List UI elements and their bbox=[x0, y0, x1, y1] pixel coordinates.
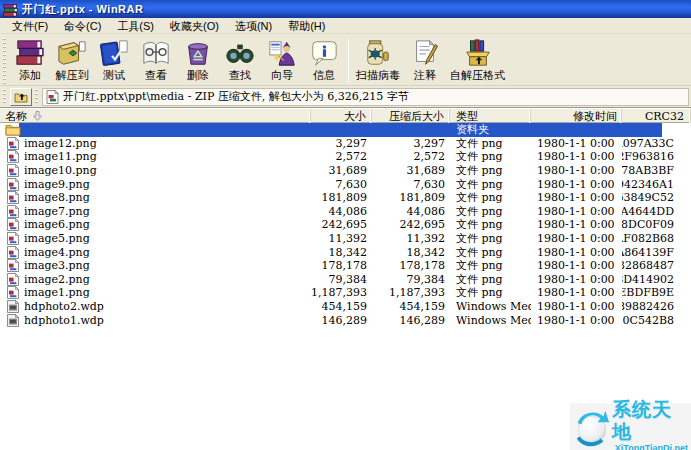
file-row[interactable]: image1.png1,187,3931,187,393文件 png1980-1… bbox=[0, 286, 691, 300]
column-header-crc[interactable]: CRC32 bbox=[622, 109, 691, 123]
parent-folder-row[interactable]: 资料夹 bbox=[0, 123, 691, 137]
column-header-packed-label: 压缩后大小 bbox=[389, 110, 444, 123]
file-row[interactable]: image7.png44,08644,086文件 png1980-1-1 0:0… bbox=[0, 205, 691, 219]
cell-size: 178,178 bbox=[311, 259, 372, 273]
cell-name: image6.png bbox=[0, 218, 311, 232]
watermark-title: 系统天地 bbox=[612, 399, 688, 443]
file-row[interactable]: image4.png18,34218,342文件 png1980-1-1 0:0… bbox=[0, 245, 691, 259]
toolbar-separator bbox=[348, 39, 349, 83]
cell-modified: 1980-1-1 0:00 bbox=[531, 273, 622, 287]
file-row[interactable]: image11.png2,5722,572文件 png1980-1-1 0:00… bbox=[0, 150, 691, 164]
archive-path-field[interactable]: 开门红.pptx\ppt\media - ZIP 压缩文件, 解包大小为 6,3… bbox=[42, 88, 689, 106]
cell-type: Windows Media P... bbox=[450, 313, 531, 327]
column-header-name[interactable]: 名称 bbox=[0, 109, 311, 123]
cell-name: image3.png bbox=[0, 259, 311, 273]
toolbar-add-button[interactable]: 添加 bbox=[9, 36, 51, 85]
toolbar-info-label: 信息 bbox=[313, 69, 335, 82]
addressbar-drag-handle[interactable] bbox=[2, 89, 8, 105]
png-file-icon bbox=[5, 259, 21, 272]
cell-packed: 7,630 bbox=[372, 177, 450, 191]
file-row[interactable]: image8.png181,809181,809文件 png1980-1-1 0… bbox=[0, 191, 691, 205]
cell-modified bbox=[531, 123, 622, 137]
cell-modified: 1980-1-1 0:00 bbox=[531, 218, 622, 232]
cell-size: 11,392 bbox=[311, 232, 372, 246]
cell-packed bbox=[372, 123, 450, 137]
toolbar-test-button[interactable]: 测试 bbox=[93, 36, 135, 85]
find-icon bbox=[224, 38, 256, 69]
column-header-type[interactable]: 类型 bbox=[450, 109, 531, 123]
column-header-packed[interactable]: 压缩后大小 bbox=[372, 109, 450, 123]
toolbar-find-button[interactable]: 查找 bbox=[219, 36, 261, 85]
cell-size: 2,572 bbox=[311, 150, 372, 164]
toolbar-extract-button[interactable]: 解压到 bbox=[51, 36, 93, 85]
extract-to-icon bbox=[56, 38, 88, 69]
menu-item-favorites[interactable]: 收藏夹(O) bbox=[162, 18, 227, 34]
toolbar-delete-button[interactable]: 删除 bbox=[177, 36, 219, 85]
file-name: image10.png bbox=[24, 164, 97, 177]
cell-type: 文件 png bbox=[450, 164, 531, 178]
toolbar-sfx-button[interactable]: 自解压格式 bbox=[446, 36, 509, 85]
cell-type: 文件 png bbox=[450, 205, 531, 219]
cell-modified: 1980-1-1 0:00 bbox=[531, 313, 622, 327]
cell-size: 454,159 bbox=[311, 300, 372, 314]
column-header-row: 名称大小压缩后大小类型修改时间CRC32 bbox=[0, 108, 691, 123]
cell-size bbox=[311, 123, 372, 137]
column-header-size[interactable]: 大小 bbox=[311, 109, 372, 123]
png-file-icon bbox=[5, 218, 21, 231]
title-bar[interactable]: 开门红.pptx - WinRAR bbox=[0, 0, 691, 18]
column-header-modified-label: 修改时间 bbox=[573, 110, 617, 123]
addressbar-drag-handle-2[interactable] bbox=[34, 89, 40, 105]
toolbar-virus-label: 扫描病毒 bbox=[356, 69, 400, 82]
file-list: 资料夹image12.png3,2973,297文件 png1980-1-1 0… bbox=[0, 123, 691, 450]
toolbar-virus-button[interactable]: 扫描病毒 bbox=[352, 36, 404, 85]
menu-item-commands[interactable]: 命令(C) bbox=[56, 18, 109, 34]
file-row[interactable]: image3.png178,178178,178文件 png1980-1-1 0… bbox=[0, 259, 691, 273]
menu-item-options[interactable]: 选项(N) bbox=[227, 18, 280, 34]
file-row[interactable]: image2.png79,38479,384文件 png1980-1-1 0:0… bbox=[0, 273, 691, 287]
cell-packed: 3,297 bbox=[372, 137, 450, 151]
cell-name: image5.png bbox=[0, 232, 311, 246]
cell-modified: 1980-1-1 0:00 bbox=[531, 164, 622, 178]
file-row[interactable]: hdphoto2.wdp454,159454,159Windows Media … bbox=[0, 300, 691, 314]
cell-modified: 1980-1-1 0:00 bbox=[531, 177, 622, 191]
file-name: image7.png bbox=[24, 205, 90, 218]
menu-item-file[interactable]: 文件(F) bbox=[4, 18, 56, 34]
cell-type: 文件 png bbox=[450, 259, 531, 273]
up-one-level-button[interactable] bbox=[10, 88, 32, 106]
cell-crc: 0EBDFB9E bbox=[622, 286, 691, 300]
cell-packed: 18,342 bbox=[372, 245, 450, 259]
cell-type: 文件 png bbox=[450, 191, 531, 205]
info-icon bbox=[308, 38, 340, 69]
cell-name: image1.png bbox=[0, 286, 311, 300]
cell-size: 31,689 bbox=[311, 164, 372, 178]
wdp-file-icon bbox=[5, 314, 21, 327]
toolbar-test-label: 测试 bbox=[103, 69, 125, 82]
toolbar-drag-handle[interactable] bbox=[1, 38, 8, 84]
file-name: image2.png bbox=[24, 273, 90, 286]
menu-item-tools[interactable]: 工具(S) bbox=[109, 18, 162, 34]
file-row[interactable]: image9.png7,6307,630文件 png1980-1-1 0:009… bbox=[0, 177, 691, 191]
column-header-crc-label: CRC32 bbox=[645, 110, 684, 123]
toolbar-info-button[interactable]: 信息 bbox=[303, 36, 345, 85]
file-row[interactable]: image6.png242,695242,695文件 png1980-1-1 0… bbox=[0, 218, 691, 232]
file-row[interactable]: hdphoto1.wdp146,289146,289Windows Media … bbox=[0, 313, 691, 327]
cell-name: image12.png bbox=[0, 137, 311, 151]
file-row[interactable]: image10.png31,68931,689文件 png1980-1-1 0:… bbox=[0, 164, 691, 178]
toolbar-wizard-button[interactable]: 向导 bbox=[261, 36, 303, 85]
cell-crc: 8D414902 bbox=[622, 273, 691, 287]
png-file-icon bbox=[5, 205, 21, 218]
toolbar-view-button[interactable]: 查看 bbox=[135, 36, 177, 85]
file-row[interactable]: image12.png3,2973,297文件 png1980-1-1 0:00… bbox=[0, 137, 691, 151]
cell-packed: 181,809 bbox=[372, 191, 450, 205]
cell-crc: B78AB3BF bbox=[622, 164, 691, 178]
file-name: image4.png bbox=[24, 246, 90, 259]
toolbar-comment-button[interactable]: 注释 bbox=[404, 36, 446, 85]
file-name: hdphoto2.wdp bbox=[24, 300, 104, 313]
file-row[interactable]: image5.png11,39211,392文件 png1980-1-1 0:0… bbox=[0, 232, 691, 246]
cell-type: 文件 png bbox=[450, 137, 531, 151]
cell-size: 1,187,393 bbox=[311, 286, 372, 300]
file-name: image8.png bbox=[24, 191, 90, 204]
png-file-icon bbox=[5, 232, 21, 245]
column-header-modified[interactable]: 修改时间 bbox=[531, 109, 622, 123]
menu-item-help[interactable]: 帮助(H) bbox=[280, 18, 333, 34]
